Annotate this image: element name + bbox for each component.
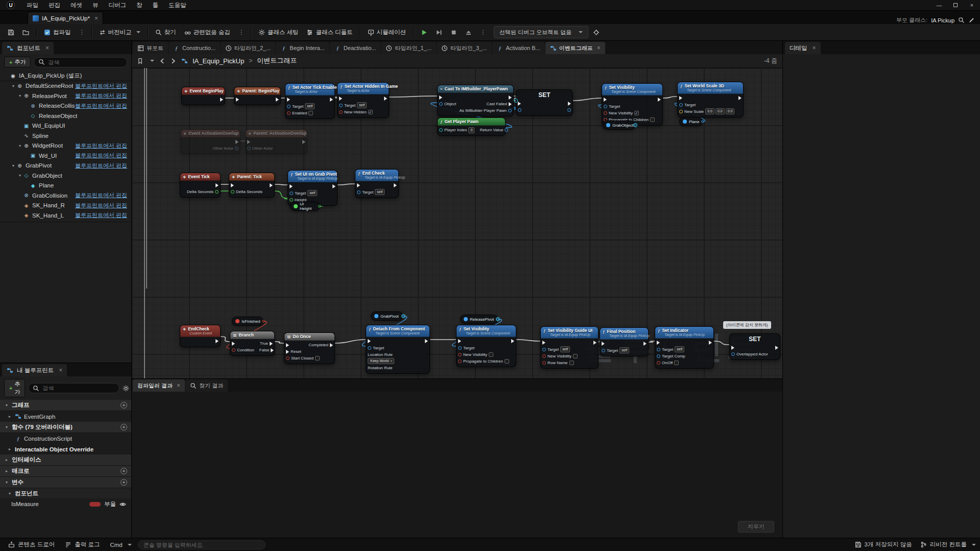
variable-pill-ui-height[interactable]: UI Height [290, 202, 320, 211]
variable-IsMeasure[interactable]: IsMeasure부울 [0, 498, 131, 510]
breadcrumb-root[interactable]: IA_Equip_PickUp [193, 57, 244, 65]
compile-button[interactable]: 컴파일 [40, 26, 75, 39]
component-row-Wd_UI[interactable]: ▣Wd_UI블루프린트에서 편집 [0, 151, 131, 161]
doc-tab-Deactivatio-[interactable]: ƒDeactivatio... [330, 42, 381, 54]
components-search-input[interactable] [48, 59, 123, 65]
exec-pin[interactable] [271, 348, 274, 352]
component-row-GrabObject[interactable]: ▾◇GrabObject [0, 171, 131, 181]
play-button[interactable] [417, 26, 431, 39]
component-row-ReleaseObject[interactable]: ◇ReleaseObject [0, 111, 131, 121]
graph-node-set-actor-tick-enabled[interactable]: ƒSet Actor Tick EnabledTarget is ActorTa… [285, 83, 335, 119]
exec-pin[interactable] [511, 339, 514, 343]
exec-pin[interactable] [643, 342, 647, 346]
doc-tab-Constructio-[interactable]: ƒConstructio... [169, 42, 220, 54]
edit-in-blueprint-link[interactable]: 블루프린트에서 편집 [75, 162, 127, 170]
content-drawer-button[interactable]: 콘텐츠 드로어 [4, 538, 59, 551]
exec-pin[interactable] [542, 341, 545, 345]
item-ConstructionScript[interactable]: ƒConstructionScript [0, 433, 131, 444]
debug-locate-button[interactable] [589, 26, 603, 39]
menu-item[interactable]: 디버그 [104, 0, 132, 10]
exec-pin[interactable] [287, 98, 290, 102]
data-pin[interactable] [458, 353, 462, 356]
data-pin[interactable] [604, 105, 607, 108]
menu-item[interactable]: 뷰 [87, 0, 104, 10]
add-icon[interactable]: + [121, 402, 127, 409]
close-icon[interactable]: × [94, 15, 98, 22]
component-row-SK_Hand_L[interactable]: ◈SK_Hand_L블루프린트에서 편집 [0, 210, 131, 221]
add-icon[interactable]: + [121, 479, 127, 486]
doc-tab-Activation-B-[interactable]: ƒActivation B... [492, 42, 545, 54]
graph-node-set-pawn-var[interactable]: SET [516, 89, 573, 116]
graph-node-parent-activation-overlap[interactable]: ◈Parent: ActivationOverlapOther Actor [245, 129, 307, 154]
doc-tab-Begin-Intera-[interactable]: ƒBegin Intera... [276, 42, 329, 54]
exec-pin[interactable] [235, 140, 238, 144]
menu-item[interactable]: 편집 [43, 0, 65, 10]
add-component-button[interactable]: +추가 [4, 57, 31, 67]
data-pin[interactable] [542, 348, 546, 351]
data-pin[interactable] [368, 346, 371, 350]
variable-pill-releasepivot[interactable]: ReleasePivot [460, 315, 498, 324]
exec-pin[interactable] [332, 184, 336, 188]
exec-pin[interactable] [330, 343, 333, 347]
component-row-ReleasePivot[interactable]: ▾⊕ReleasePivot블루프린트에서 편집 [0, 91, 131, 101]
data-pin[interactable] [505, 128, 508, 132]
exec-pin[interactable] [330, 98, 333, 102]
exec-pin[interactable] [290, 184, 293, 188]
data-pin[interactable] [231, 190, 234, 194]
component-row-Spline[interactable]: ∿Spline [0, 131, 131, 141]
exec-pin[interactable] [604, 98, 607, 102]
data-pin[interactable] [508, 109, 512, 112]
my-blueprint-search[interactable] [28, 383, 119, 393]
eject-button[interactable] [462, 26, 475, 39]
data-pin[interactable] [286, 356, 290, 360]
close-icon[interactable]: × [597, 44, 601, 52]
compiler-results-tab[interactable]: 컴파일러 결과 × [133, 379, 185, 392]
add-icon[interactable]: + [121, 424, 127, 430]
number-field[interactable]: 0.0 [705, 108, 714, 114]
data-pin[interactable] [339, 110, 343, 114]
graph-node-branch[interactable]: ▦BranchTrueConditionFalse [230, 331, 275, 356]
exec-pin[interactable] [270, 183, 273, 187]
exec-pin[interactable] [394, 183, 397, 187]
data-pin[interactable] [439, 128, 443, 132]
data-pin[interactable] [731, 352, 735, 356]
exec-pin[interactable] [247, 140, 250, 144]
data-pin[interactable] [262, 320, 265, 323]
graph-node-parent-beginplay[interactable]: ◈Parent: BeginPlay [234, 87, 281, 105]
menu-item[interactable]: 도움말 [163, 0, 192, 10]
exec-pin[interactable] [276, 98, 279, 102]
graph-node-endcheck-event[interactable]: ◈EndCheckCustom Event [180, 325, 221, 347]
value-field[interactable]: self [305, 103, 315, 109]
console-input-box[interactable] [138, 540, 266, 549]
exec-pin[interactable] [232, 342, 235, 346]
stop-button[interactable] [447, 26, 461, 39]
graph-node-parent-tick[interactable]: ◈Parent: TickDelta Seconds [229, 173, 275, 198]
unsaved-status[interactable]: 3개 저장되지 않음 [855, 541, 912, 548]
output-log-button[interactable]: 출력 로그 [61, 538, 104, 551]
data-pin[interactable] [290, 198, 293, 202]
exec-pin[interactable] [425, 339, 428, 343]
data-pin[interactable] [318, 205, 321, 208]
component-row-GrabPivot[interactable]: ▾⊕GrabPivot블루프린트에서 편집 [0, 161, 131, 171]
exec-pin[interactable] [439, 95, 442, 100]
exec-pin[interactable] [657, 341, 660, 345]
exec-pin[interactable] [679, 96, 682, 100]
section--[interactable]: ▸인터페이스 [0, 454, 131, 466]
edit-in-blueprint-link[interactable]: 블루프린트에서 편집 [75, 191, 127, 199]
graph-node-begin-play[interactable]: ◈Event BeginPlay [181, 87, 225, 105]
doc-tab-이벤트그래프[interactable]: 이벤트그래프× [545, 42, 605, 54]
data-pin[interactable] [235, 147, 238, 150]
frame-skip-button[interactable] [432, 26, 446, 39]
maximize-button[interactable] [947, 0, 964, 11]
dropdown[interactable]: Keep World [368, 358, 394, 364]
component-row-Wd_EquipUI[interactable]: ▣Wd_EquipUI [0, 121, 131, 131]
graph-node-set-visibility-guide-ui[interactable]: ƒSet Visibility Guide UITarget is IA Equ… [540, 326, 599, 369]
class-defaults-button[interactable]: 클래스 디폴트 [303, 26, 356, 39]
exec-pin[interactable] [731, 346, 734, 350]
cmd-dropdown[interactable]: Cmd [106, 538, 135, 551]
checkbox[interactable] [569, 361, 574, 365]
expander-icon[interactable]: ▾ [17, 173, 22, 178]
graph-node-set-overlapped-var[interactable]: SETOverlapped Actor [729, 333, 780, 360]
close-icon[interactable]: × [45, 44, 49, 52]
exec-pin[interactable] [339, 97, 342, 101]
